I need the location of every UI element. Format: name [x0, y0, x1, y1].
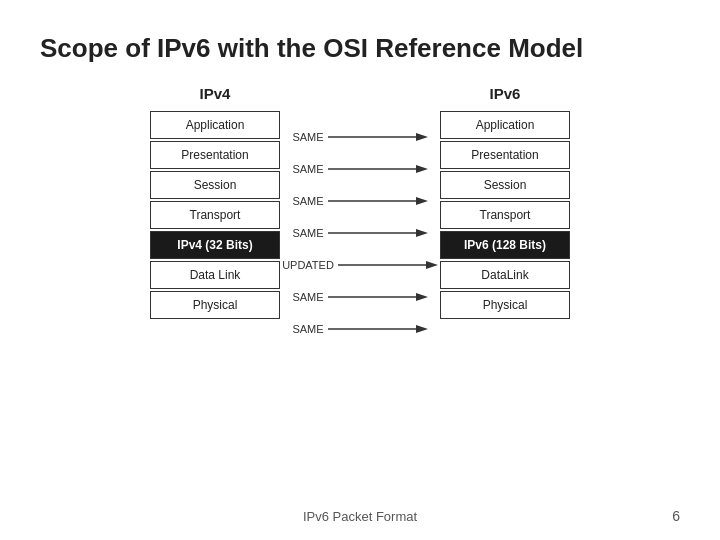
same-label-5: SAME [292, 291, 323, 303]
arrow-svg-5 [338, 258, 438, 272]
slide-title: Scope of IPv6 with the OSI Reference Mod… [40, 32, 680, 65]
diagram-area: IPv4 Application Presentation Session Tr… [40, 85, 680, 345]
arrow-svg-1 [328, 130, 428, 144]
svg-marker-40 [416, 197, 428, 205]
updated-label: UPDATED [282, 259, 334, 271]
arrows-column: SAME SAME [280, 121, 440, 345]
ipv6-transport: Transport [440, 201, 570, 229]
same-label-2: SAME [292, 163, 323, 175]
arrow-svg-7 [328, 322, 428, 336]
ipv6-application: Application [440, 111, 570, 139]
ipv6-presentation: Presentation [440, 141, 570, 169]
arrow-physical: SAME [280, 314, 440, 344]
svg-marker-42 [416, 229, 428, 237]
ipv4-datalink: Data Link [150, 261, 280, 289]
same-label-4: SAME [292, 227, 323, 239]
same-label-3: SAME [292, 195, 323, 207]
ipv4-column: IPv4 Application Presentation Session Tr… [150, 85, 280, 320]
ipv4-header: IPv4 [165, 85, 265, 102]
ipv4-session: Session [150, 171, 280, 199]
ipv6-network: IPv6 (128 Bits) [440, 231, 570, 259]
ipv6-datalink: DataLink [440, 261, 570, 289]
arrow-presentation: SAME [280, 154, 440, 184]
ipv6-physical: Physical [440, 291, 570, 319]
svg-marker-44 [426, 261, 438, 269]
svg-marker-48 [416, 325, 428, 333]
osi-diagram: IPv4 Application Presentation Session Tr… [150, 85, 570, 345]
footer-page-number: 6 [650, 508, 680, 524]
arrow-svg-2 [328, 162, 428, 176]
footer: IPv6 Packet Format 6 [0, 508, 720, 524]
arrow-svg-6 [328, 290, 428, 304]
svg-marker-38 [416, 165, 428, 173]
arrow-network: UPDATED [280, 250, 440, 280]
ipv4-physical: Physical [150, 291, 280, 319]
ipv4-presentation: Presentation [150, 141, 280, 169]
ipv4-transport: Transport [150, 201, 280, 229]
ipv6-column: IPv6 Application Presentation Session Tr… [440, 85, 570, 320]
arrow-svg-3 [328, 194, 428, 208]
same-label-1: SAME [292, 131, 323, 143]
ipv6-session: Session [440, 171, 570, 199]
svg-marker-46 [416, 293, 428, 301]
ipv6-header: IPv6 [455, 85, 555, 102]
slide: Scope of IPv6 with the OSI Reference Mod… [0, 0, 720, 540]
arrow-application: SAME [280, 122, 440, 152]
same-label-6: SAME [292, 323, 323, 335]
arrow-transport: SAME [280, 218, 440, 248]
arrow-datalink: SAME [280, 282, 440, 312]
arrow-svg-4 [328, 226, 428, 240]
svg-marker-36 [416, 133, 428, 141]
footer-center-text: IPv6 Packet Format [70, 509, 650, 524]
arrow-session: SAME [280, 186, 440, 216]
ipv4-application: Application [150, 111, 280, 139]
ipv4-network: IPv4 (32 Bits) [150, 231, 280, 259]
